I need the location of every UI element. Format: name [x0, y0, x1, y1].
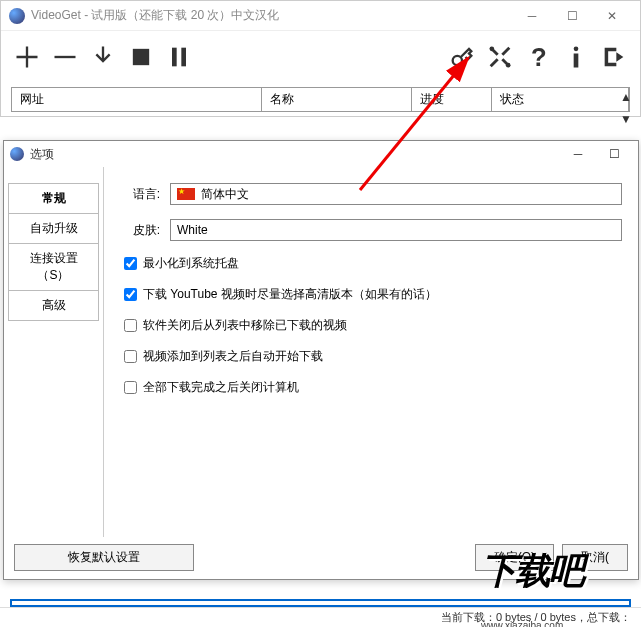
settings-icon[interactable] — [484, 41, 516, 73]
move-up-button[interactable]: ▲ — [617, 88, 635, 106]
column-status[interactable]: 状态 — [492, 88, 629, 111]
add-button[interactable] — [11, 41, 43, 73]
svg-rect-3 — [181, 48, 186, 67]
tab-advanced[interactable]: 高级 — [8, 290, 99, 321]
watermark-brand: 下载吧 — [481, 550, 583, 591]
window-controls: ─ ☐ ✕ — [512, 2, 632, 30]
language-label: 语言: — [120, 186, 160, 203]
download-table: 网址 名称 进度 状态 — [1, 83, 640, 116]
stop-button[interactable] — [125, 41, 157, 73]
minimize-tray-checkbox[interactable] — [124, 257, 137, 270]
table-header: 网址 名称 进度 状态 — [11, 87, 630, 112]
shutdown-checkbox[interactable] — [124, 381, 137, 394]
close-button[interactable]: ✕ — [592, 2, 632, 30]
options-dialog: 选项 ─ ☐ 常规 自动升级 连接设置（S） 高级 语言: 简体中文 皮肤: W… — [3, 140, 639, 580]
svg-text:?: ? — [531, 43, 547, 71]
tab-connection[interactable]: 连接设置（S） — [8, 243, 99, 291]
main-title-bar: VideoGet - 试用版（还能下载 20 次）中文汉化 ─ ☐ ✕ — [1, 1, 640, 31]
youtube-hd-checkbox[interactable] — [124, 288, 137, 301]
dialog-minimize-button[interactable]: ─ — [560, 142, 596, 166]
skin-label: 皮肤: — [120, 222, 160, 239]
svg-point-8 — [574, 47, 579, 52]
svg-rect-0 — [55, 56, 76, 58]
svg-rect-2 — [172, 48, 177, 67]
youtube-hd-label: 下载 YouTube 视频时尽量选择高清版本（如果有的话） — [143, 286, 437, 303]
reorder-arrows: ▲ ▼ — [617, 88, 635, 128]
shutdown-label: 全部下载完成之后关闭计算机 — [143, 379, 299, 396]
exit-icon[interactable] — [598, 41, 630, 73]
svg-point-6 — [506, 63, 511, 68]
china-flag-icon — [177, 188, 195, 200]
minimize-button[interactable]: ─ — [512, 2, 552, 30]
remove-after-close-label: 软件关闭后从列表中移除已下载的视频 — [143, 317, 347, 334]
dialog-title-bar: 选项 ─ ☐ — [4, 141, 638, 167]
pause-button[interactable] — [163, 41, 195, 73]
column-name[interactable]: 名称 — [262, 88, 412, 111]
info-icon[interactable] — [560, 41, 592, 73]
tab-general[interactable]: 常规 — [8, 183, 99, 214]
auto-start-checkbox[interactable] — [124, 350, 137, 363]
dialog-app-icon — [10, 147, 24, 161]
app-icon — [9, 8, 25, 24]
main-window: VideoGet - 试用版（还能下载 20 次）中文汉化 ─ ☐ ✕ ? 网址… — [0, 0, 641, 117]
dialog-maximize-button[interactable]: ☐ — [596, 142, 632, 166]
window-title: VideoGet - 试用版（还能下载 20 次）中文汉化 — [31, 7, 512, 24]
column-progress[interactable]: 进度 — [412, 88, 492, 111]
minimize-tray-label: 最小化到系统托盘 — [143, 255, 239, 272]
key-icon[interactable] — [446, 41, 478, 73]
svg-rect-1 — [133, 49, 149, 65]
move-down-button[interactable]: ▼ — [617, 110, 635, 128]
column-url[interactable]: 网址 — [12, 88, 262, 111]
skin-combo[interactable]: White — [170, 219, 622, 241]
help-icon[interactable]: ? — [522, 41, 554, 73]
tab-auto-update[interactable]: 自动升级 — [8, 213, 99, 244]
remove-after-close-checkbox[interactable] — [124, 319, 137, 332]
svg-point-4 — [453, 56, 462, 65]
svg-point-5 — [490, 47, 495, 52]
dialog-title: 选项 — [30, 146, 560, 163]
language-combo[interactable]: 简体中文 — [170, 183, 622, 205]
language-value: 简体中文 — [201, 186, 249, 203]
download-button[interactable] — [87, 41, 119, 73]
tab-content: 语言: 简体中文 皮肤: White 最小化到系统托盘 下载 YouTube 视… — [104, 167, 638, 537]
dialog-body: 常规 自动升级 连接设置（S） 高级 语言: 简体中文 皮肤: White — [4, 167, 638, 537]
remove-button[interactable] — [49, 41, 81, 73]
restore-defaults-button[interactable]: 恢复默认设置 — [14, 544, 194, 571]
main-toolbar: ? — [1, 31, 640, 83]
tabs-panel: 常规 自动升级 连接设置（S） 高级 — [4, 167, 104, 537]
maximize-button[interactable]: ☐ — [552, 2, 592, 30]
watermark: 下载吧 www.xiazaiba.com — [481, 547, 641, 607]
watermark-url: www.xiazaiba.com — [481, 620, 563, 627]
auto-start-label: 视频添加到列表之后自动开始下载 — [143, 348, 323, 365]
skin-value: White — [177, 223, 208, 237]
svg-rect-9 — [574, 54, 579, 68]
